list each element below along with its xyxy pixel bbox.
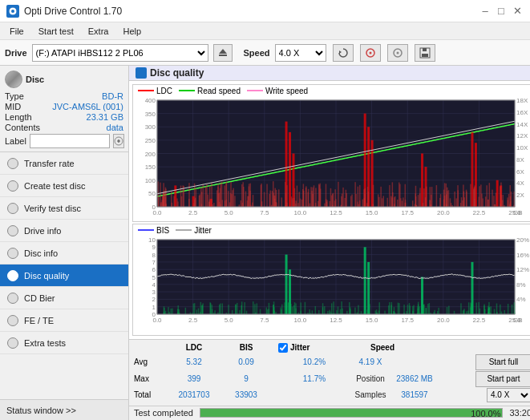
close-button[interactable]: ✕: [511, 5, 524, 18]
menu-start-test[interactable]: Start test: [32, 25, 80, 38]
legend-write-speed: Write speed: [247, 87, 308, 95]
drivebar: Drive (F:) ATAPI iHBS112 2 PL06 Speed 4.…: [0, 40, 530, 66]
bis-label: BIS: [156, 226, 169, 235]
disc-length-label: Length: [5, 112, 32, 122]
svg-point-1: [11, 10, 14, 13]
speed-select[interactable]: 4.0 X: [275, 44, 326, 62]
svg-marker-2: [219, 49, 227, 54]
disc-panel: Disc Type BD-R MID JVC-AMS6L (001) Lengt…: [0, 66, 128, 152]
stats-total-row: Total 2031703 33903 Samples 381597 4.0 X: [134, 388, 530, 402]
nav-item-label: Extra tests: [24, 338, 66, 348]
disc-contents-row: Contents data: [5, 123, 123, 132]
jitter-col-header: Jitter: [290, 343, 310, 352]
maximize-button[interactable]: □: [495, 5, 508, 18]
nav-item-create-test-disc[interactable]: Create test disc: [0, 175, 128, 197]
nav-item-drive-info[interactable]: Drive info: [0, 220, 128, 242]
legend-ldc: LDC: [138, 87, 172, 95]
disc-type-value: BD-R: [102, 91, 123, 101]
read-speed-label: Read speed: [197, 87, 241, 95]
status-text: Test completed: [134, 408, 193, 418]
legend-read-speed: Read speed: [179, 87, 241, 95]
drive-info-icon: [6, 224, 19, 237]
nav-item-cd-bier[interactable]: CD Bier: [0, 287, 128, 309]
main-area: Disc Type BD-R MID JVC-AMS6L (001) Lengt…: [0, 66, 530, 420]
bis-chart: BIS Jitter: [132, 224, 530, 336]
start-part-button[interactable]: Start part: [475, 371, 530, 387]
progress-text: 100.0%: [471, 409, 500, 418]
menu-extra[interactable]: Extra: [82, 25, 115, 38]
legend-jitter: Jitter: [176, 226, 212, 235]
bis-total-value: 33903: [222, 390, 270, 399]
ldc-avg-value: 5.32: [166, 357, 222, 366]
sidebar: Disc Type BD-R MID JVC-AMS6L (001) Lengt…: [0, 66, 129, 420]
disc-quality-icon: [6, 269, 19, 282]
titlebar-controls: – □ ✕: [479, 5, 524, 18]
nav-item-label: FE / TE: [24, 316, 54, 325]
status-window-button[interactable]: Status window >>: [0, 399, 128, 420]
svg-point-6: [369, 51, 371, 54]
svg-rect-3: [219, 55, 227, 56]
disc-header: Disc: [5, 71, 123, 88]
disc-label-row: Label: [5, 134, 123, 148]
nav-item-label: Disc info: [24, 248, 58, 258]
nav-item-label: CD Bier: [24, 293, 55, 303]
nav-item-transfer-rate[interactable]: Transfer rate: [0, 152, 128, 175]
menubar: File Start test Extra Help: [0, 22, 530, 40]
disc-info-icon: [6, 247, 19, 260]
titlebar-title: Opti Drive Control 1.70: [24, 6, 122, 17]
jitter-color: [176, 229, 192, 231]
refresh-button[interactable]: [333, 44, 354, 62]
nav-item-disc-info[interactable]: Disc info: [0, 242, 128, 265]
content-area: Disc quality LDC Read speed Wr: [129, 66, 530, 420]
bis-avg-value: 0.09: [222, 357, 270, 366]
disc-mid-label: MID: [5, 102, 21, 111]
charts-area: LDC Read speed Write speed: [129, 81, 530, 339]
menu-help[interactable]: Help: [116, 25, 148, 38]
disc-section-label: Disc: [26, 75, 44, 84]
speed-label: Speed: [244, 48, 270, 58]
extra-tests-icon: [6, 337, 19, 349]
jitter-checkbox[interactable]: [278, 343, 288, 353]
chart-header-icon: [136, 67, 147, 79]
disc-label-label: Label: [5, 136, 26, 146]
nav-item-disc-quality[interactable]: Disc quality: [0, 265, 128, 287]
start-full-button[interactable]: Start full: [475, 354, 530, 370]
drive-label: Drive: [5, 48, 27, 58]
bis-color: [138, 229, 154, 231]
cd-bier-icon: [6, 292, 19, 305]
speed-select-stats[interactable]: 4.0 X: [487, 388, 530, 402]
progress-bar: 100.0%: [200, 408, 503, 418]
disc-length-value: 23.31 GB: [87, 112, 123, 122]
transfer-rate-icon: [6, 157, 19, 170]
menu-file[interactable]: File: [3, 25, 30, 38]
ldc-total-value: 2031703: [166, 390, 222, 399]
svg-rect-11: [423, 48, 427, 51]
drive-select[interactable]: (F:) ATAPI iHBS112 2 PL06: [32, 44, 208, 62]
ldc-color: [138, 90, 154, 91]
stats-max-row: Max 399 9 11.7% Position 23862 MB Start …: [134, 371, 530, 387]
ldc-label: LDC: [156, 87, 172, 95]
speed-col-header: Speed: [350, 343, 415, 352]
disc-label-input[interactable]: [30, 134, 110, 148]
chart-header: Disc quality: [129, 66, 530, 81]
stats-avg-row: Avg 5.32 0.09 10.2% 4.19 X Start full: [134, 354, 530, 370]
eject-button[interactable]: [213, 44, 233, 62]
nav-item-verify-test-disc[interactable]: Verify test disc: [0, 197, 128, 220]
nav-item-fe-te[interactable]: FE / TE: [0, 309, 128, 332]
nav-item-extra-tests[interactable]: Extra tests: [0, 332, 128, 354]
fe-te-icon: [6, 314, 19, 327]
time-display: 33:20: [509, 408, 530, 418]
disc-label-button[interactable]: [113, 134, 124, 148]
bis-col-header: BIS: [222, 343, 270, 352]
minimize-button[interactable]: –: [479, 5, 492, 18]
save-button[interactable]: [415, 44, 435, 62]
avg-row-label: Avg: [134, 357, 166, 366]
read-speed-color: [179, 90, 195, 91]
disc-type-label: Type: [5, 91, 24, 101]
burn-button[interactable]: [387, 44, 408, 62]
ldc-col-header: LDC: [166, 343, 222, 352]
max-row-label: Max: [134, 374, 166, 383]
disc-icon-button[interactable]: [360, 44, 381, 62]
disc-mid-value: JVC-AMS6L (001): [52, 102, 123, 111]
stats-bar: LDC BIS Jitter Speed Avg 5.32 0.09 10.2%…: [129, 339, 530, 406]
